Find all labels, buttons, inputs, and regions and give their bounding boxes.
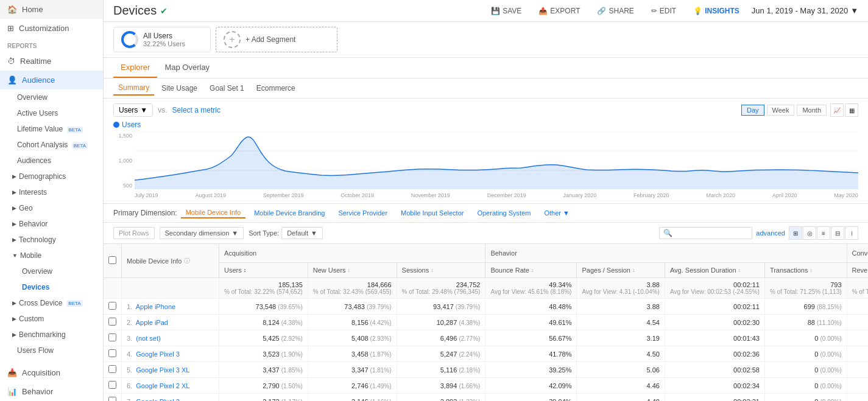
dim-mobile-input-selector[interactable]: Mobile Input Selector <box>396 208 468 218</box>
view-week-button[interactable]: Week <box>767 105 795 116</box>
tab-explorer[interactable]: Explorer <box>113 58 157 78</box>
device-col-header[interactable]: Mobile Device Info ⓘ <box>122 244 219 278</box>
sidebar-item-active-users[interactable]: Active Users <box>0 105 103 121</box>
subtab-ecommerce[interactable]: Ecommerce <box>252 82 300 95</box>
sidebar-item-cross-device[interactable]: ▶ Cross Device BETA <box>0 295 103 311</box>
tab-map-overlay[interactable]: Map Overlay <box>157 58 217 78</box>
table-row: 5. Google Pixel 3 XL 3,437 (1.85%) 3,347… <box>104 362 868 378</box>
row-checkbox[interactable] <box>108 302 116 310</box>
subtab-goal-set-1[interactable]: Goal Set 1 <box>205 82 249 95</box>
sidebar-item-realtime[interactable]: ⏱ Realtime <box>0 52 103 71</box>
behavior-icon: 📊 <box>7 387 17 396</box>
device-link[interactable]: Apple iPad <box>136 319 168 326</box>
subtab-summary[interactable]: Summary <box>113 81 154 96</box>
export-button[interactable]: 📤 EXPORT <box>534 4 585 18</box>
sidebar-item-benchmarking[interactable]: ▶ Benchmarking <box>0 327 103 343</box>
x-label-feb: February 2020 <box>633 192 669 198</box>
circle-view-button[interactable]: ◎ <box>803 226 816 240</box>
date-range[interactable]: Jun 1, 2019 - May 31, 2020 ▼ <box>752 6 858 15</box>
transactions-col-header[interactable]: Transactions↕ <box>764 263 847 278</box>
search-input[interactable] <box>675 229 748 237</box>
device-link[interactable]: Google Pixel 2 XL <box>136 382 189 389</box>
bar-chart-button[interactable]: ▦ <box>845 103 858 117</box>
device-link[interactable]: (not set) <box>136 335 160 342</box>
add-segment-button[interactable]: + + Add Segment <box>216 27 337 52</box>
bounce-rate-col-header[interactable]: Bounce Rate↕ <box>485 263 577 278</box>
scatter-view-button[interactable]: ⁞ <box>845 226 858 240</box>
device-link[interactable]: Google Pixel 2 <box>136 398 180 402</box>
row-checkbox[interactable] <box>108 333 116 341</box>
sidebar-item-custom[interactable]: ▶ Custom <box>0 311 103 327</box>
dim-mobile-device-branding[interactable]: Mobile Device Branding <box>249 208 330 218</box>
sort-icon: ↕ <box>632 267 635 273</box>
dim-operating-system[interactable]: Operating System <box>472 208 535 218</box>
new-users-col-header[interactable]: New Users↕ <box>308 263 397 278</box>
line-chart-button[interactable]: 📈 <box>830 103 844 117</box>
x-label-nov: November 2019 <box>411 192 450 198</box>
view-day-button[interactable]: Day <box>741 105 764 116</box>
dim-service-provider[interactable]: Service Provider <box>333 208 392 218</box>
save-button[interactable]: 💾 SAVE <box>486 4 526 18</box>
sidebar-item-behavior[interactable]: ▶ Behavior <box>0 216 103 232</box>
sidebar-item-technology[interactable]: ▶ Technology <box>0 232 103 248</box>
row-checkbox[interactable] <box>108 318 116 326</box>
sidebar-item-lifetime-value[interactable]: Lifetime Value BETA <box>0 121 103 137</box>
pivot-view-button[interactable]: ⊟ <box>831 226 844 240</box>
home-icon: 🏠 <box>7 5 17 14</box>
row-checkbox[interactable] <box>108 381 116 389</box>
sidebar-item-home[interactable]: 🏠 Home <box>0 0 103 19</box>
sidebar-item-demographics[interactable]: ▶ Demographics <box>0 169 103 184</box>
device-link[interactable]: Apple iPhone <box>136 303 175 310</box>
secondary-dimension-button[interactable]: Secondary dimension ▼ <box>160 227 244 239</box>
sidebar-item-users-flow[interactable]: Users Flow <box>0 343 103 358</box>
x-label-oct: October 2019 <box>340 192 374 198</box>
dim-other[interactable]: Other ▼ <box>539 208 574 218</box>
sessions-col-header[interactable]: Sessions↕ <box>397 263 485 278</box>
table-row: 4. Google Pixel 3 3,523 (1.90%) 3,458 (1… <box>104 346 868 362</box>
sidebar-item-audiences[interactable]: Audiences <box>0 153 103 169</box>
row-number: 3. <box>127 335 134 342</box>
subtab-site-usage[interactable]: Site Usage <box>157 82 202 95</box>
sidebar-item-cohort-analysis[interactable]: Cohort Analysis BETA <box>0 137 103 153</box>
grid-view-button[interactable]: ⊞ <box>789 226 802 240</box>
revenue-cell: $0.00 (0.00%) <box>847 346 868 362</box>
sort-default-button[interactable]: Default ▼ <box>281 227 323 239</box>
avg-session-col-header[interactable]: Avg. Session Duration↕ <box>665 263 764 278</box>
row-checkbox[interactable] <box>108 349 116 357</box>
plot-rows-button[interactable]: Plot Rows <box>113 227 155 239</box>
sidebar-item-mobile[interactable]: ▼ Mobile <box>0 248 103 263</box>
device-link[interactable]: Google Pixel 3 XL <box>136 366 189 374</box>
all-users-segment[interactable]: All Users 32.22% Users <box>113 27 211 52</box>
list-view-button[interactable]: ≡ <box>817 226 830 240</box>
users-col-header[interactable]: Users↕ <box>219 263 308 278</box>
sidebar-item-acquisition[interactable]: 📥 Acquisition <box>0 363 103 382</box>
sidebar-item-overview[interactable]: Overview <box>0 89 103 105</box>
sidebar-item-audience[interactable]: 👤 Audience <box>0 71 103 89</box>
sort-icon: ↕ <box>431 267 434 273</box>
row-checkbox-cell <box>104 299 122 315</box>
sidebar-item-geo[interactable]: ▶ Geo <box>0 200 103 216</box>
pages-session-col-header[interactable]: Pages / Session↕ <box>577 263 665 278</box>
transactions-cell: 0 (0.00%) <box>764 394 847 402</box>
select-metric-link[interactable]: Select a metric <box>172 106 221 114</box>
share-button[interactable]: 🔗 SHARE <box>592 4 638 18</box>
row-checkbox[interactable] <box>108 397 116 401</box>
advanced-link[interactable]: advanced <box>756 229 785 237</box>
select-all-checkbox[interactable] <box>108 256 116 264</box>
sidebar-item-interests[interactable]: ▶ Interests <box>0 184 103 200</box>
sidebar-item-mobile-overview[interactable]: Overview <box>0 263 103 279</box>
metric-users-button[interactable]: Users ▼ <box>113 103 153 117</box>
bounce-rate-cell: 49.61% <box>485 315 577 330</box>
dim-mobile-device-info[interactable]: Mobile Device Info <box>181 207 246 218</box>
edit-button[interactable]: ✏ EDIT <box>646 4 681 18</box>
device-link[interactable]: Google Pixel 3 <box>136 350 180 358</box>
search-box[interactable]: 🔍 <box>659 227 752 239</box>
sidebar-item-customization[interactable]: ⊞ Customization <box>0 19 103 38</box>
sidebar-item-mobile-devices[interactable]: Devices <box>0 279 103 295</box>
view-month-button[interactable]: Month <box>797 105 827 116</box>
revenue-col-header[interactable]: Revenue↕ <box>847 263 868 278</box>
insights-button[interactable]: 💡 INSIGHTS <box>688 4 744 18</box>
sidebar-item-behavior-main[interactable]: 📊 Behavior <box>0 382 103 401</box>
users-cell: 8,124 (4.38%) <box>219 315 308 330</box>
row-checkbox[interactable] <box>108 365 116 373</box>
